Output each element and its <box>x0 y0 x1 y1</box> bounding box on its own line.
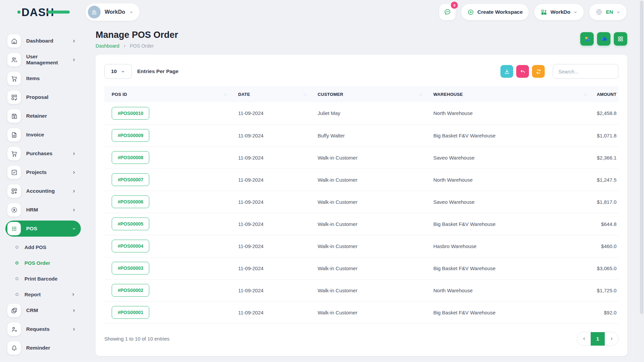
sidebar-subitem-report[interactable]: Report <box>15 287 75 302</box>
chevron-right-icon <box>123 44 126 48</box>
column-label: WAREHOUSE <box>433 92 463 97</box>
warehouse-cell: North Warehouse <box>426 279 590 301</box>
sidebar-subitem-label: Add POS <box>24 244 75 250</box>
google-drive-icon <box>583 35 591 43</box>
pos-id-cell: #POS00008 <box>104 146 231 169</box>
users-icon <box>7 53 21 66</box>
pos-id-badge[interactable]: #POS00005 <box>112 218 149 230</box>
grid-icon <box>617 36 624 42</box>
sidebar-item-requests[interactable]: Requests <box>5 321 81 337</box>
entries-per-page-label: Entries Per Page <box>137 68 178 74</box>
search-input[interactable] <box>553 64 619 79</box>
brand-logo[interactable]: DASH <box>21 7 54 18</box>
language-dropdown[interactable]: EN <box>589 4 627 20</box>
column-header-warehouse[interactable]: WAREHOUSE↑↓ <box>426 86 590 102</box>
sidebar-subitem-label: Print Barcode <box>24 276 75 282</box>
plus-circle-icon <box>467 9 474 16</box>
pos-id-badge[interactable]: #POS00006 <box>112 195 149 208</box>
current-page-button[interactable]: 1 <box>591 332 605 346</box>
create-workspace-button[interactable]: Create Workspace <box>461 4 529 20</box>
sidebar-item-purchases[interactable]: Purchases <box>5 145 81 162</box>
amount-cell: $460.0 <box>590 235 619 257</box>
entries-per-page-value: 10 <box>111 68 117 74</box>
sidebar-item-accounting[interactable]: Accounting <box>5 183 81 199</box>
sidebar-item-retainer[interactable]: Retainer <box>5 108 81 124</box>
column-header-customer[interactable]: CUSTOMER↑↓ <box>310 86 426 102</box>
undo-icon <box>520 68 526 75</box>
sidebar-item-label: Requests <box>26 326 66 332</box>
sidebar-item-label: Purchases <box>26 150 66 157</box>
sidebar-item-hrm[interactable]: HRM <box>5 202 81 218</box>
cart-icon <box>7 72 21 85</box>
column-header-date[interactable]: DATE↑↓ <box>231 86 310 102</box>
google-drive-button[interactable] <box>580 32 594 46</box>
crm-icon <box>7 304 21 317</box>
app-menu-dropdown[interactable]: WorkDo <box>534 4 584 20</box>
sidebar-item-invoice[interactable]: Invoice <box>5 127 81 143</box>
workspace-name: WorkDo <box>105 9 125 15</box>
warehouse-cell: Saveo Warehouse <box>426 191 590 213</box>
sidebar-item-projects[interactable]: Projects <box>5 164 81 180</box>
main-content: Manage POS Order Dashboard POS Order 10 <box>86 24 644 356</box>
chevron-right-icon <box>72 39 76 43</box>
column-label: CUSTOMER <box>318 92 343 97</box>
topbar: DASH WorkDo 0 Create Workspace <box>0 0 644 24</box>
sidebar-item-dashboard[interactable]: Dashboard <box>5 33 81 49</box>
messages-button[interactable]: 0 <box>439 4 455 20</box>
chevron-right-icon <box>72 170 76 175</box>
previous-page-button[interactable] <box>577 332 591 346</box>
sidebar-item-pos[interactable]: POS <box>5 221 81 237</box>
workspace-selector[interactable]: WorkDo <box>86 3 140 21</box>
grid-button[interactable] <box>614 32 627 46</box>
sidebar-item-items[interactable]: Items <box>5 70 81 86</box>
page-scrollbar[interactable] <box>639 0 644 362</box>
warehouse-cell: Big Basket F&V Warehouse <box>426 301 590 323</box>
pos-id-badge[interactable]: #POS00007 <box>112 173 149 186</box>
sidebar-subitem-print-barcode[interactable]: Print Barcode <box>15 271 75 287</box>
pos-id-badge[interactable]: #POS00010 <box>112 107 149 120</box>
sort-icon[interactable]: ↑↓ <box>224 92 227 96</box>
pos-id-badge[interactable]: #POS00009 <box>112 129 149 142</box>
sort-icon[interactable]: ↑↓ <box>419 92 422 96</box>
sidebar-item-label: CRM <box>26 307 66 313</box>
scrollbar-thumb[interactable] <box>640 1 643 314</box>
amount-cell: $1,247.5 <box>590 169 619 191</box>
sort-icon[interactable]: ↑↓ <box>583 92 586 96</box>
table-row: #POS0000811-09-2024Walk-in CustomerSaveo… <box>104 146 619 169</box>
pos-id-badge[interactable]: #POS00004 <box>112 240 149 252</box>
pos-id-badge[interactable]: #POS00008 <box>112 151 149 164</box>
proposal-icon <box>7 90 21 104</box>
sidebar-item-crm[interactable]: CRM <box>5 302 81 318</box>
download-button[interactable] <box>500 65 513 78</box>
customer-cell: Walk-in Customer <box>310 213 426 235</box>
sidebar-item-reminder[interactable]: Reminder <box>5 340 81 356</box>
table-row: #POS0000911-09-2024Buffy WalterBig Baske… <box>104 124 619 146</box>
sidebar-item-user-management[interactable]: User Management <box>5 52 81 68</box>
pos-id-badge[interactable]: #POS00001 <box>112 306 149 319</box>
column-header-pos-id[interactable]: POS ID↑↓ <box>104 86 231 102</box>
accounting-icon <box>7 184 21 198</box>
pos-id-badge[interactable]: #POS00002 <box>112 284 149 297</box>
onedrive-button[interactable] <box>597 32 610 46</box>
breadcrumb-dashboard-link[interactable]: Dashboard <box>96 43 119 49</box>
table-row: #POS0000611-09-2024Walk-in CustomerSaveo… <box>104 191 619 213</box>
table-row: #POS0000411-09-2024Walk-in CustomerHasbr… <box>104 235 619 257</box>
next-page-button[interactable] <box>605 332 618 346</box>
customer-cell: Walk-in Customer <box>310 191 426 213</box>
create-workspace-label: Create Workspace <box>477 9 523 15</box>
pos-id-badge[interactable]: #POS00003 <box>112 262 149 275</box>
pos-id-cell: #POS00002 <box>104 279 231 301</box>
refresh-button[interactable] <box>532 65 545 78</box>
sidebar-subitem-add-pos[interactable]: Add POS <box>15 239 75 255</box>
sidebar-subitem-pos-order[interactable]: POS Order <box>15 255 75 271</box>
customer-cell: Juliet May <box>310 102 426 124</box>
undo-button[interactable] <box>516 65 529 78</box>
bullet-icon <box>15 277 18 280</box>
sidebar-item-proposal[interactable]: Proposal <box>5 89 81 105</box>
chevron-right-icon <box>72 58 76 62</box>
date-cell: 11-09-2024 <box>231 146 310 169</box>
sidebar: DashboardUser ManagementItemsProposalRet… <box>0 24 86 359</box>
warehouse-cell: North Warehouse <box>426 169 590 191</box>
sort-icon[interactable]: ↑↓ <box>303 92 306 96</box>
entries-per-page-select[interactable]: 10 <box>104 64 132 79</box>
